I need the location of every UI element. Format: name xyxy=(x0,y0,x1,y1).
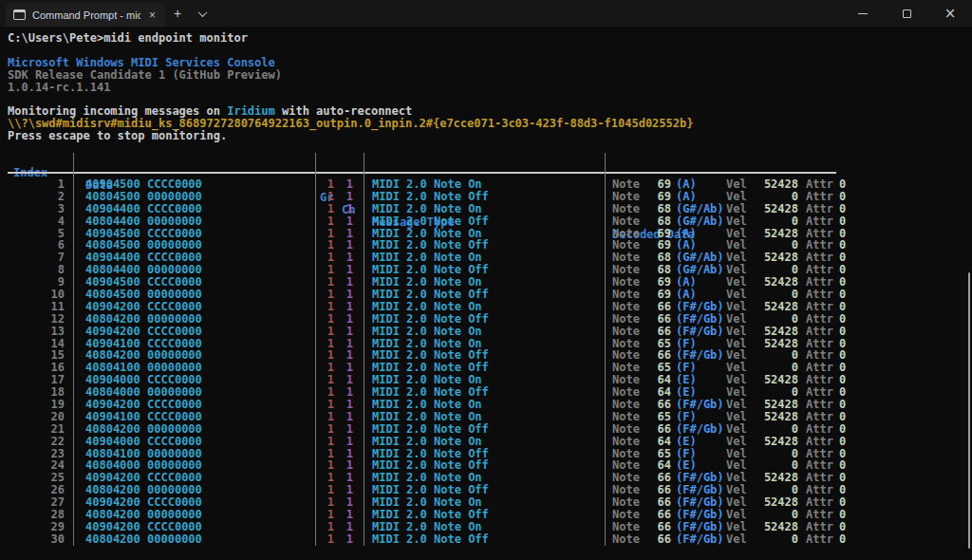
table-row: 440804400 0000000011MIDI 2.0 Note OffNot… xyxy=(0,215,972,228)
decoded-note-name: (A) xyxy=(676,178,726,191)
decoded-velocity-value: 0 xyxy=(747,448,798,460)
monitoring-prefix: Monitoring incoming messages on xyxy=(8,104,227,118)
row-index: 20 xyxy=(0,411,65,423)
tab-command-prompt[interactable]: Command Prompt - midi end × xyxy=(6,3,165,27)
row-message-type: MIDI 2.0 Note On xyxy=(372,301,482,313)
row-decoded-data: Note66(F#/Gb)Vel52428Attr0 xyxy=(612,521,846,533)
row-channel: 1 xyxy=(338,191,353,203)
decoded-note-number: 66 xyxy=(640,399,671,411)
decoded-attribute-label: Attr xyxy=(806,289,833,301)
decoded-velocity-label: Vel xyxy=(726,521,747,533)
row-index: 10 xyxy=(0,289,65,301)
table-row: 340904400 CCCC000011MIDI 2.0 Note OnNote… xyxy=(0,203,972,215)
decoded-attribute-label: Attr xyxy=(806,215,833,228)
decoded-note-number: 66 xyxy=(640,423,671,436)
close-button[interactable]: × xyxy=(928,0,972,27)
maximize-button[interactable] xyxy=(885,0,928,27)
row-group: 1 xyxy=(313,203,334,215)
row-channel: 1 xyxy=(338,411,353,423)
decoded-velocity-value: 0 xyxy=(747,423,798,436)
row-channel: 1 xyxy=(338,178,353,191)
row-data-words: 40904500 CCCC0000 xyxy=(85,178,202,191)
row-decoded-data: Note66(F#/Gb)Vel0Attr0 xyxy=(612,423,846,436)
minimize-icon xyxy=(858,13,868,14)
row-index: 8 xyxy=(0,264,65,276)
decoded-velocity-label: Vel xyxy=(726,289,747,301)
table-body: 140904500 CCCC000011MIDI 2.0 Note OnNote… xyxy=(0,178,972,546)
row-message-type: MIDI 2.0 Note Off xyxy=(372,313,489,326)
table-row: 1040804500 0000000011MIDI 2.0 Note OffNo… xyxy=(0,289,972,301)
row-data-words: 40904200 CCCC0000 xyxy=(85,326,202,338)
titlebar-drag-region[interactable] xyxy=(215,0,841,27)
row-group: 1 xyxy=(313,521,334,533)
decoded-note-number: 65 xyxy=(640,411,671,423)
minimize-button[interactable] xyxy=(841,0,885,27)
terminal-screen[interactable]: C:\Users\Pete>midi endpoint monitor Micr… xyxy=(0,27,972,560)
row-index: 30 xyxy=(0,533,65,546)
decoded-attribute-label: Attr xyxy=(806,436,833,448)
tab-dropdown-button[interactable] xyxy=(190,0,215,27)
table-row: 1240804200 0000000011MIDI 2.0 Note OffNo… xyxy=(0,313,972,326)
decoded-attribute-label: Attr xyxy=(806,313,833,326)
row-message-type: MIDI 2.0 Note On xyxy=(372,203,482,215)
row-index: 3 xyxy=(0,203,65,215)
row-group: 1 xyxy=(313,411,334,423)
decoded-note-number: 69 xyxy=(640,191,671,203)
row-decoded-data: Note66(F#/Gb)Vel0Attr0 xyxy=(612,313,846,326)
row-group: 1 xyxy=(313,436,334,448)
row-channel: 1 xyxy=(338,326,353,338)
scrollbar-thumb[interactable] xyxy=(968,272,970,549)
prompt-line: C:\Users\Pete>midi endpoint monitor xyxy=(8,32,972,45)
row-channel: 1 xyxy=(338,313,353,326)
row-index: 12 xyxy=(0,313,65,326)
row-channel: 1 xyxy=(338,521,353,533)
decoded-attribute-value: 0 xyxy=(839,289,846,301)
row-group: 1 xyxy=(313,313,334,326)
row-decoded-data: Note66(F#/Gb)Vel0Attr0 xyxy=(612,533,846,546)
row-message-type: MIDI 2.0 Note On xyxy=(372,399,482,411)
decoded-velocity-label: Vel xyxy=(726,203,747,215)
decoded-note-label: Note xyxy=(612,178,640,191)
decoded-attribute-value: 0 xyxy=(839,178,846,191)
row-decoded-data: Note69(A)Vel0Attr0 xyxy=(612,191,846,203)
decoded-velocity-label: Vel xyxy=(726,301,747,313)
decoded-note-number: 69 xyxy=(640,178,671,191)
decoded-attribute-label: Attr xyxy=(806,191,833,203)
row-channel: 1 xyxy=(338,423,353,436)
decoded-note-label: Note xyxy=(612,411,640,423)
decoded-velocity-label: Vel xyxy=(726,178,747,191)
new-tab-button[interactable]: + xyxy=(165,0,190,27)
decoded-note-number: 66 xyxy=(640,533,671,546)
row-data-words: 40804200 00000000 xyxy=(85,423,202,436)
decoded-attribute-value: 0 xyxy=(839,301,846,313)
decoded-velocity-value: 52428 xyxy=(747,276,798,289)
decoded-velocity-label: Vel xyxy=(726,399,747,411)
decoded-note-label: Note xyxy=(612,301,640,313)
row-group: 1 xyxy=(313,399,334,411)
decoded-velocity-value: 52428 xyxy=(747,436,798,448)
decoded-note-label: Note xyxy=(612,289,640,301)
decoded-note-label: Note xyxy=(612,399,640,411)
decoded-attribute-value: 0 xyxy=(839,533,846,546)
table-row: 1940904200 CCCC000011MIDI 2.0 Note OnNot… xyxy=(0,399,972,411)
decoded-attribute-value: 0 xyxy=(839,326,846,338)
row-decoded-data: Note69(A)Vel52428Attr0 xyxy=(612,178,846,191)
decoded-note-name: (F#/Gb) xyxy=(676,521,726,533)
decoded-attribute-value: 0 xyxy=(839,191,846,203)
tab-close-icon[interactable]: × xyxy=(147,9,158,21)
chevron-down-icon xyxy=(197,8,207,17)
decoded-velocity-value: 0 xyxy=(747,191,798,203)
close-icon: × xyxy=(944,7,957,21)
decoded-velocity-value: 52428 xyxy=(747,301,798,313)
row-message-type: MIDI 2.0 Note On xyxy=(372,178,482,191)
row-data-words: 40904000 CCCC0000 xyxy=(85,436,202,448)
table-row: 1140904200 CCCC000011MIDI 2.0 Note OnNot… xyxy=(0,301,972,313)
decoded-note-number: 64 xyxy=(640,436,671,448)
decoded-velocity-label: Vel xyxy=(726,191,747,203)
decoded-note-name: (F) xyxy=(676,411,726,423)
decoded-note-label: Note xyxy=(612,423,640,436)
decoded-note-label: Note xyxy=(612,533,640,546)
row-message-type: MIDI 2.0 Note Off xyxy=(372,423,489,436)
row-index: 19 xyxy=(0,399,65,411)
row-message-type: MIDI 2.0 Note On xyxy=(372,436,482,448)
